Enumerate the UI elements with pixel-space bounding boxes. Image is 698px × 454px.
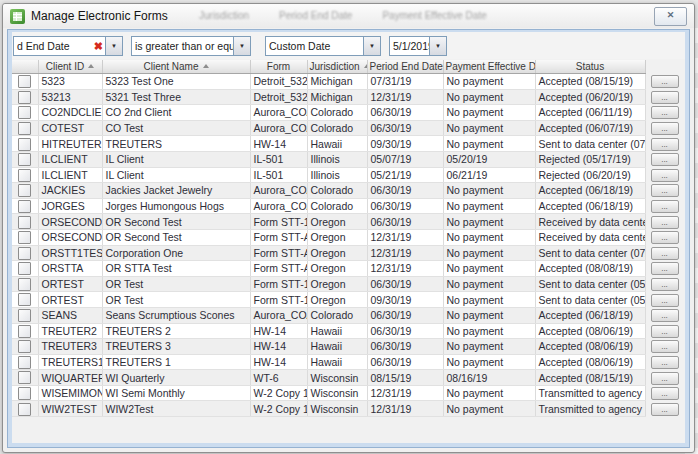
row-checkbox[interactable] xyxy=(18,200,31,213)
table-row[interactable]: ORTEST OR Test Form STT-1 Oregon 09/30/1… xyxy=(12,292,645,308)
row-checkbox[interactable] xyxy=(18,356,31,369)
cell-client-id: ORSTTA xyxy=(38,261,102,277)
row-checkbox[interactable] xyxy=(18,75,31,88)
column-header-jurisdiction[interactable]: Jurisdiction xyxy=(307,60,367,74)
table-row[interactable]: ORSECOND OR Second Test Form STT-1 Orego… xyxy=(12,214,645,230)
column-header-status[interactable]: Status xyxy=(535,60,645,74)
row-action-button[interactable]: ... xyxy=(651,200,679,213)
row-checkbox[interactable] xyxy=(18,387,31,400)
row-action-button[interactable]: ... xyxy=(651,91,679,104)
row-action-button[interactable]: ... xyxy=(651,403,679,416)
row-checkbox[interactable] xyxy=(18,122,31,135)
filter-field-combo[interactable]: d End Date ✖ ▼ xyxy=(13,36,123,56)
row-action-button[interactable]: ... xyxy=(651,138,679,151)
table-row[interactable]: WIQUARTER WI Quarterly WT-6 Wisconsin 08… xyxy=(12,370,645,386)
close-button[interactable]: ✕ xyxy=(654,7,687,26)
row-action-button[interactable]: ... xyxy=(651,262,679,275)
table-row[interactable]: ORSECOND OR Second Test Form STT-A Orego… xyxy=(12,229,645,245)
row-action-button[interactable]: ... xyxy=(651,153,679,166)
table-row[interactable]: 53213 5321 Test Three Detroit_5321 Michi… xyxy=(12,89,645,105)
row-checkbox[interactable] xyxy=(18,278,31,291)
cell-period-end-date: 05/21/19 xyxy=(367,167,443,183)
row-checkbox[interactable] xyxy=(18,309,31,322)
row-checkbox[interactable] xyxy=(18,153,31,166)
filter-field-dropdown-button[interactable]: ▼ xyxy=(105,37,122,55)
row-action-button[interactable]: ... xyxy=(651,340,679,353)
row-action-button[interactable]: ... xyxy=(651,325,679,338)
row-checkbox[interactable] xyxy=(18,371,31,384)
table-row[interactable]: ILCLIENT IL Client IL-501 Illinois 05/07… xyxy=(12,151,645,167)
cell-client-id: ORTEST xyxy=(38,276,102,292)
column-header-client_id[interactable]: Client ID xyxy=(38,60,102,74)
grid-header-row: Client ID Client Name Form Jurisdiction … xyxy=(12,60,645,74)
filter-operator-dropdown-button[interactable]: ▼ xyxy=(233,37,250,55)
row-action-button[interactable]: ... xyxy=(651,372,679,385)
table-row[interactable]: JORGES Jorges Humongous Hogs Aurora_COA … xyxy=(12,198,645,214)
table-row[interactable]: JACKIES Jackies Jacket Jewelry Aurora_CO… xyxy=(12,183,645,199)
row-checkbox[interactable] xyxy=(18,216,31,229)
row-action-button[interactable]: ... xyxy=(651,216,679,229)
filter-date-type-dropdown-button[interactable]: ▼ xyxy=(363,37,380,55)
row-checkbox[interactable] xyxy=(18,106,31,119)
row-action-button[interactable]: ... xyxy=(651,106,679,119)
table-row[interactable]: ORSTTA OR STTA Test Form STT-A Oregon 12… xyxy=(12,261,645,277)
row-action-button[interactable]: ... xyxy=(651,247,679,260)
table-row[interactable]: HITREUTER TREUTERS HW-14 Hawaii 09/30/19… xyxy=(12,136,645,152)
column-header-period_end_date[interactable]: Period End Date xyxy=(367,60,443,74)
row-checkbox[interactable] xyxy=(18,231,31,244)
table-row[interactable]: SEANS Seans Scrumptious Scones Aurora_CO… xyxy=(12,307,645,323)
row-action-button[interactable]: ... xyxy=(651,184,679,197)
row-action-button[interactable]: ... xyxy=(651,122,679,135)
column-header-check[interactable] xyxy=(12,60,38,74)
row-action-button[interactable]: ... xyxy=(651,294,679,307)
row-checkbox[interactable] xyxy=(18,184,31,197)
row-checkbox-cell xyxy=(12,385,38,401)
table-row[interactable]: ILCLIENT IL Client IL-501 Illinois 05/21… xyxy=(12,167,645,183)
cell-client-name: Jorges Humongous Hogs xyxy=(102,198,250,214)
column-header-form[interactable]: Form xyxy=(250,60,307,74)
row-action-button[interactable]: ... xyxy=(651,387,679,400)
row-action-button[interactable]: ... xyxy=(651,278,679,291)
table-row[interactable]: CO2NDCLIE CO 2nd Client Aurora_COA Color… xyxy=(12,105,645,121)
filter-date-dropdown-button[interactable]: ▼ xyxy=(429,37,446,55)
row-checkbox[interactable] xyxy=(18,340,31,353)
row-checkbox[interactable] xyxy=(18,138,31,151)
row-checkbox[interactable] xyxy=(18,403,31,416)
column-label: Period End Date xyxy=(370,61,443,72)
row-checkbox[interactable] xyxy=(18,262,31,275)
table-row[interactable]: WIW2TEST WIW2Test W-2 Copy 1 Wisconsin 1… xyxy=(12,401,645,417)
row-checkbox[interactable] xyxy=(18,293,31,306)
cell-period-end-date: 06/30/19 xyxy=(367,307,443,323)
row-checkbox-cell xyxy=(12,105,38,121)
table-row[interactable]: TREUTERS1 TREUTERS 1 HW-14 Hawaii 06/30/… xyxy=(12,354,645,370)
table-row[interactable]: COTEST CO Test Aurora_COA Colorado 06/30… xyxy=(12,120,645,136)
row-checkbox[interactable] xyxy=(18,91,31,104)
row-checkbox-cell xyxy=(12,339,38,355)
row-checkbox[interactable] xyxy=(18,169,31,182)
filter-date-value: 5/1/2019 xyxy=(390,40,429,52)
cell-client-name: IL Client xyxy=(102,151,250,167)
column-header-client_name[interactable]: Client Name xyxy=(102,60,250,74)
row-action-button[interactable]: ... xyxy=(651,169,679,182)
filter-date-type-combo[interactable]: Custom Date ▼ xyxy=(265,36,381,56)
cell-client-id: ORSTT1TES xyxy=(38,245,102,261)
column-label: Form xyxy=(267,61,290,72)
row-action-button[interactable]: ... xyxy=(651,309,679,322)
row-checkbox[interactable] xyxy=(18,247,31,260)
row-action-button[interactable]: ... xyxy=(651,231,679,244)
row-action-button[interactable]: ... xyxy=(651,75,679,88)
table-row[interactable]: ORTEST OR Test Form STT-1 Oregon 06/30/1… xyxy=(12,276,645,292)
table-row[interactable]: TREUTER3 TREUTERS 3 HW-14 Hawaii 06/30/1… xyxy=(12,339,645,355)
filter-operator-combo[interactable]: is greater than or equal to ▼ xyxy=(131,36,251,56)
filter-date-picker[interactable]: 5/1/2019 ▼ xyxy=(389,36,447,56)
clear-filter-icon[interactable]: ✖ xyxy=(92,37,105,55)
row-checkbox-cell xyxy=(12,167,38,183)
row-action-button[interactable]: ... xyxy=(651,356,679,369)
table-row[interactable]: 5323 5323 Test One Detroit_5323 Michigan… xyxy=(12,74,645,90)
column-header-payment_effective_date[interactable]: Payment Effective Date xyxy=(443,60,535,74)
row-checkbox[interactable] xyxy=(18,325,31,338)
table-row[interactable]: ORSTT1TES Corporation One Form STT-A Ore… xyxy=(12,245,645,261)
table-row[interactable]: TREUTER2 TREUTERS 2 HW-14 Hawaii 06/30/1… xyxy=(12,323,645,339)
table-row[interactable]: WISEMIMON WI Semi Monthly W-2 Copy 1 Wis… xyxy=(12,385,645,401)
cell-status: Accepted (06/18/19) xyxy=(535,183,645,199)
